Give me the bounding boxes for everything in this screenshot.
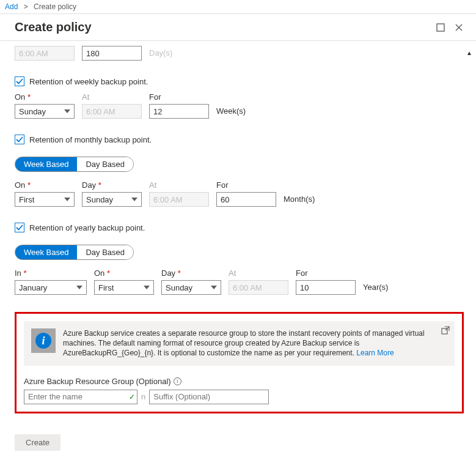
weekly-on-label: On * — [15, 92, 75, 102]
monthly-on-label: On * — [15, 180, 75, 190]
monthly-at-select: 6:00 AM — [149, 192, 209, 207]
yearly-retention-checkbox[interactable] — [15, 223, 24, 232]
monthly-day-label: Day * — [82, 180, 142, 190]
breadcrumb-current: Create policy — [34, 2, 76, 11]
breadcrumb-add-link[interactable]: Add — [5, 2, 18, 11]
breadcrumb-separator-icon: > — [24, 2, 28, 11]
resource-group-info-icon[interactable]: i — [174, 377, 181, 385]
monthly-for-input[interactable] — [216, 192, 276, 207]
learn-more-link[interactable]: Learn More — [356, 349, 394, 357]
daily-retention-input[interactable] — [82, 46, 142, 61]
monthly-retention-checkbox[interactable] — [15, 135, 24, 144]
yearly-at-label: At — [229, 269, 288, 278]
weekly-retention-checkbox[interactable] — [15, 76, 24, 86]
yearly-retention-label: Retention of yearly backup point. — [29, 223, 145, 232]
resource-group-name-input[interactable] — [24, 390, 137, 404]
daily-time-select: 6:00 AM — [15, 46, 75, 61]
info-card: i Azure Backup service creates a separat… — [24, 321, 455, 366]
info-text: Azure Backup service creates a separate … — [63, 328, 447, 358]
yearly-week-based-pill[interactable]: Week Based — [15, 245, 77, 259]
restore-window-icon[interactable] — [436, 23, 445, 32]
daily-retention-row: 6:00 AM Day(s) — [15, 46, 464, 61]
weekly-for-input[interactable] — [149, 104, 209, 119]
monthly-unit-label: Month(s) — [284, 194, 315, 204]
info-icon: i — [35, 333, 51, 349]
monthly-on-select[interactable]: First — [15, 192, 75, 207]
monthly-week-based-pill[interactable]: Week Based — [15, 157, 77, 171]
yearly-unit-label: Year(s) — [363, 283, 388, 292]
close-icon[interactable] — [454, 23, 464, 32]
weekly-at-select: 6:00 AM — [82, 104, 142, 119]
monthly-day-based-pill[interactable]: Day Based — [77, 157, 133, 171]
resource-group-highlight-box: i Azure Backup service creates a separat… — [15, 312, 464, 413]
svg-rect-0 — [437, 24, 444, 31]
weekly-unit-label: Week(s) — [216, 106, 246, 116]
yearly-for-input[interactable] — [296, 280, 356, 295]
resource-group-separator: n — [141, 392, 145, 401]
yearly-in-select[interactable]: January — [15, 280, 87, 295]
weekly-for-label: For — [149, 92, 209, 102]
blade-header: Create policy — [0, 14, 476, 41]
daily-unit-label: Day(s) — [149, 48, 172, 57]
monthly-basis-toggle: Week Based Day Based — [15, 157, 134, 172]
page-title: Create policy — [15, 20, 92, 34]
resource-group-label: Azure Backup Resource Group (Optional) — [24, 377, 171, 386]
weekly-on-select[interactable]: Sunday — [15, 104, 75, 119]
weekly-at-label: At — [82, 92, 142, 102]
yearly-basis-toggle: Week Based Day Based — [15, 245, 134, 260]
breadcrumb: Add > Create policy — [0, 0, 476, 14]
scroll-up-icon[interactable]: ▲ — [466, 50, 472, 56]
yearly-on-label: On * — [94, 269, 154, 278]
info-icon-badge: i — [31, 328, 56, 353]
resource-group-suffix-input[interactable] — [149, 390, 269, 404]
yearly-in-label: In * — [15, 269, 87, 278]
monthly-at-label: At — [149, 180, 209, 190]
monthly-day-select[interactable]: Sunday — [82, 192, 142, 207]
create-button[interactable]: Create — [15, 434, 60, 451]
yearly-day-based-pill[interactable]: Day Based — [77, 245, 133, 259]
monthly-retention-label: Retention of monthly backup point. — [29, 135, 152, 144]
yearly-day-select[interactable]: Sunday — [161, 280, 221, 295]
yearly-at-select: 6:00 AM — [229, 280, 288, 295]
weekly-retention-label: Retention of weekly backup point. — [29, 77, 148, 86]
yearly-day-label: Day * — [161, 269, 221, 278]
monthly-for-label: For — [216, 180, 276, 190]
yearly-on-select[interactable]: First — [94, 280, 154, 295]
yearly-for-label: For — [296, 269, 356, 278]
popout-icon[interactable] — [441, 326, 450, 336]
